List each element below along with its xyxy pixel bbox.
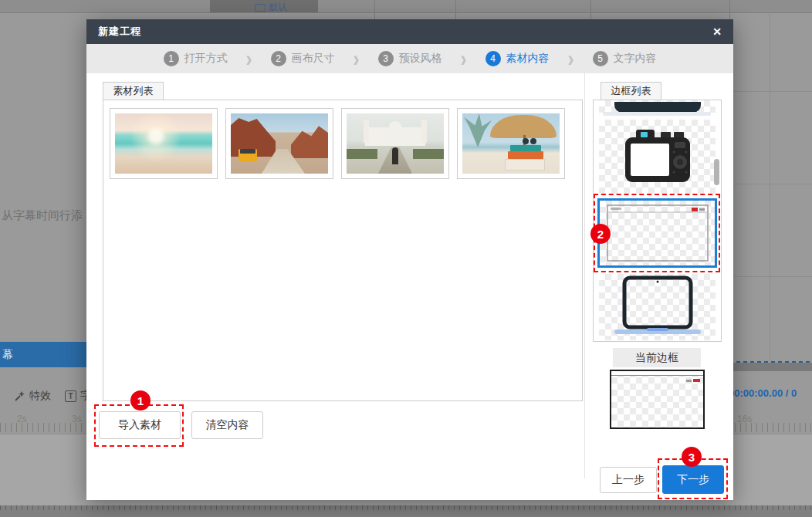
chevron-right-icon: › <box>354 47 360 70</box>
step-canvas-size[interactable]: 2 画布尺寸 <box>271 51 335 66</box>
grid-vline <box>374 0 375 19</box>
text-box-icon: T <box>65 390 76 402</box>
editor-top-toolbar <box>0 0 812 13</box>
effects-label: 特效 <box>29 389 51 403</box>
material-thumb-palace[interactable] <box>341 108 449 179</box>
material-thumb-beach-sunset[interactable] <box>110 108 218 179</box>
chevron-right-icon: › <box>246 47 252 70</box>
timeline-track-strip <box>729 363 812 371</box>
step-label: 打开方式 <box>184 52 228 66</box>
grid-vline <box>590 0 591 19</box>
border-list-tab: 边框列表 <box>601 82 661 100</box>
annotation-marker-1: 1 <box>130 390 151 411</box>
grid-hline <box>733 91 812 92</box>
preview-gray-badge <box>686 380 692 382</box>
magic-wand-icon <box>14 390 25 402</box>
panel-divider <box>584 73 585 478</box>
laptop-frame-icon <box>604 275 712 339</box>
material-thumbnails <box>103 100 582 187</box>
import-material-button[interactable]: 导入素材 <box>99 411 181 439</box>
step-label: 文字内容 <box>614 52 657 66</box>
default-label: 默认 <box>269 1 287 14</box>
beach-umbrella-image <box>462 113 560 174</box>
preview-browser-topbar <box>611 371 703 376</box>
subtitle-track-bar: 幕 <box>0 342 86 367</box>
next-step-button[interactable]: 下一步 <box>662 465 724 494</box>
step-number: 1 <box>164 51 179 66</box>
grid-hline <box>733 276 812 277</box>
dialog-titlebar: 新建工程 ✕ <box>86 19 733 44</box>
step-preset-style[interactable]: 3 预设风格 <box>378 51 442 66</box>
clear-content-button[interactable]: 清空内容 <box>191 411 263 439</box>
grid-vline <box>455 0 456 19</box>
effects-tool: 特效 <box>14 389 51 403</box>
step-label: 素材内容 <box>506 52 550 66</box>
palace-walkway-image <box>347 113 444 174</box>
current-border-label: 当前边框 <box>613 348 701 367</box>
default-canvas-control: 默认 <box>255 1 287 14</box>
timecode-display: 00:00:00.00 / 0 <box>729 387 797 399</box>
chevron-right-icon: › <box>568 47 574 70</box>
wizard-stepbar: 1 打开方式 › 2 画布尺寸 › 3 预设风格 › 4 素材内容 › 5 文字… <box>86 44 733 73</box>
beach-sunset-image <box>115 113 212 174</box>
dialog-title: 新建工程 <box>98 25 141 39</box>
step-number: 5 <box>593 51 608 66</box>
grid-hline <box>733 184 812 184</box>
step-material-content[interactable]: 4 素材内容 <box>486 51 550 66</box>
laptop-base-strip <box>603 112 711 116</box>
preview-red-badge <box>693 379 700 382</box>
step-label: 预设风格 <box>399 52 442 66</box>
close-icon[interactable]: ✕ <box>712 26 722 37</box>
step-open-method[interactable]: 1 打开方式 <box>164 51 228 66</box>
bottom-ruler-ticks <box>0 505 812 510</box>
subtitle-track-label: 幕 <box>2 348 13 362</box>
step-number: 2 <box>271 51 286 66</box>
material-list-panel <box>103 100 583 401</box>
canyon-van-image <box>231 113 328 174</box>
app-background: 默认 从字幕时间行添 幕 特效 T 字幕 00:00:00.00 / 0 2s … <box>0 0 812 517</box>
material-list-tab: 素材列表 <box>103 82 164 100</box>
step-label: 画布尺寸 <box>292 52 335 66</box>
border-item-laptop-partial[interactable] <box>599 100 716 116</box>
annotation-marker-3: 3 <box>682 447 702 467</box>
background-hint-text: 从字幕时间行添 <box>2 208 87 223</box>
border-item-camera[interactable] <box>599 120 716 194</box>
step-number: 4 <box>486 51 501 66</box>
canvas-icon <box>255 4 266 12</box>
new-project-dialog: 新建工程 ✕ 1 打开方式 › 2 画布尺寸 › 3 预设风格 › 4 素材内容 <box>86 19 733 500</box>
grid-vline <box>770 12 770 361</box>
step-text-content[interactable]: 5 文字内容 <box>593 51 657 66</box>
border-list-scrollbar[interactable] <box>714 159 719 185</box>
material-thumb-beach-umbrella[interactable] <box>457 108 565 179</box>
current-border-preview <box>610 370 705 429</box>
laptop-bottom-shape <box>614 102 701 113</box>
prev-step-button[interactable]: 上一步 <box>600 467 657 493</box>
camera-frame-icon <box>621 128 695 185</box>
grid-vline <box>729 0 730 19</box>
material-thumb-canyon-van[interactable] <box>225 108 333 179</box>
border-item-laptop[interactable] <box>599 274 716 340</box>
border-list-panel <box>593 100 722 342</box>
border-item-browser-selected[interactable] <box>597 198 717 268</box>
annotation-marker-2: 2 <box>590 224 611 244</box>
step-number: 3 <box>378 51 394 66</box>
browser-frame-icon <box>607 204 709 262</box>
chevron-right-icon: › <box>461 47 467 70</box>
